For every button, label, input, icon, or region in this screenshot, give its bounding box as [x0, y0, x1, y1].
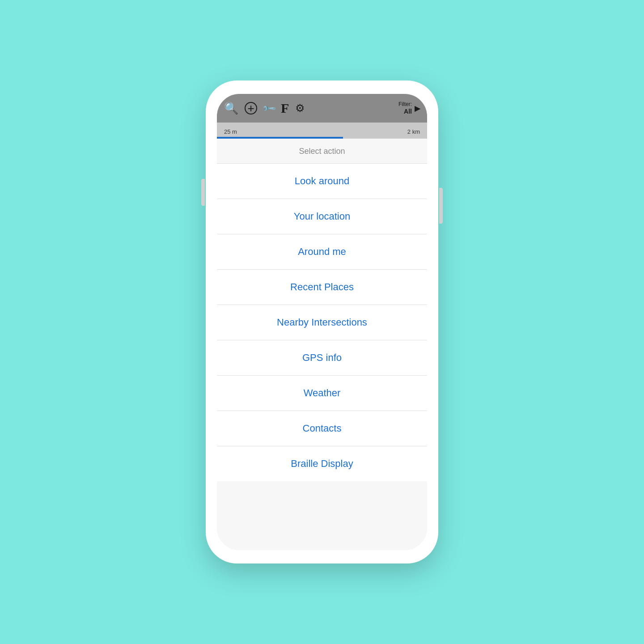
- action-item-around-me[interactable]: Around me: [217, 234, 427, 270]
- action-item-your-location[interactable]: Your location: [217, 199, 427, 234]
- wrench-icon[interactable]: 🔧: [261, 101, 277, 116]
- progress-bar: [217, 137, 343, 139]
- distance-right: 2 km: [407, 128, 420, 135]
- filter-label: Filter:: [398, 101, 412, 107]
- add-icon[interactable]: +: [245, 102, 257, 114]
- font-f-icon[interactable]: F: [281, 101, 289, 116]
- action-item-look-around[interactable]: Look around: [217, 164, 427, 199]
- action-item-recent-places[interactable]: Recent Places: [217, 270, 427, 305]
- action-item-braille-display[interactable]: Braille Display: [217, 446, 427, 481]
- phone-screen: 🔍 + 🔧 F ⚙ Filter: All ▶ 25 m 2 km Select…: [217, 94, 427, 550]
- action-item-gps-info[interactable]: GPS info: [217, 340, 427, 376]
- action-item-weather[interactable]: Weather: [217, 376, 427, 411]
- action-item-nearby-intersections[interactable]: Nearby Intersections: [217, 305, 427, 340]
- action-item-contacts[interactable]: Contacts: [217, 411, 427, 446]
- toolbar: 🔍 + 🔧 F ⚙ Filter: All ▶: [217, 94, 427, 123]
- action-item-look-around-label: Look around: [295, 175, 349, 186]
- gear-icon[interactable]: ⚙: [295, 102, 305, 114]
- distance-left: 25 m: [224, 128, 237, 135]
- action-item-your-location-label: Your location: [294, 211, 350, 222]
- action-item-around-me-label: Around me: [298, 246, 346, 257]
- action-list-header: Select action: [217, 139, 427, 164]
- action-item-nearby-intersections-label: Nearby Intersections: [277, 317, 367, 328]
- action-item-weather-label: Weather: [304, 387, 341, 398]
- filter-text: Filter: All: [398, 101, 412, 115]
- action-list: Select action Look around Your location …: [217, 139, 427, 550]
- filter-control[interactable]: Filter: All ▶: [398, 101, 420, 115]
- progress-area: 25 m 2 km: [217, 123, 427, 139]
- filter-arrow-icon[interactable]: ▶: [415, 104, 420, 113]
- filter-value: All: [398, 108, 412, 115]
- action-item-braille-display-label: Braille Display: [291, 458, 353, 469]
- action-item-contacts-label: Contacts: [303, 423, 342, 434]
- action-item-gps-info-label: GPS info: [302, 352, 342, 363]
- phone-device: 🔍 + 🔧 F ⚙ Filter: All ▶ 25 m 2 km Select…: [206, 80, 438, 564]
- search-icon[interactable]: 🔍: [224, 102, 238, 115]
- action-item-recent-places-label: Recent Places: [290, 281, 354, 292]
